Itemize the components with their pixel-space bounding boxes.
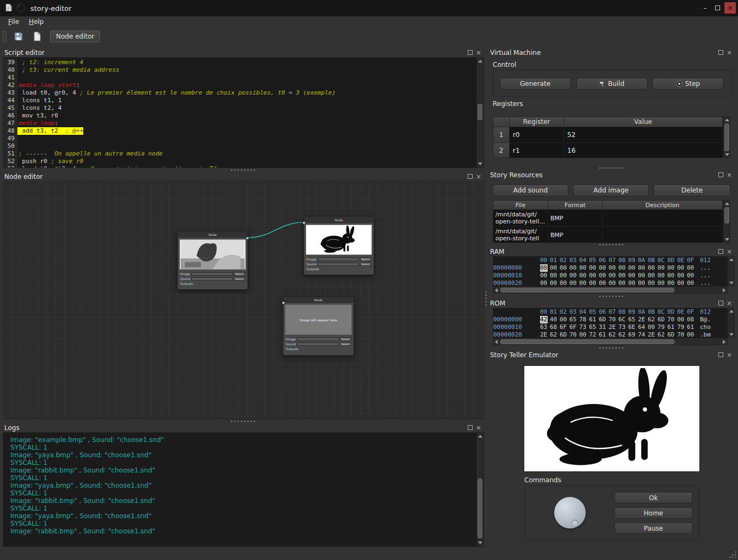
hex-byte[interactable]: 00 (569, 264, 579, 272)
maximize-button[interactable] (712, 2, 723, 14)
scroll-down-button[interactable] (724, 152, 730, 158)
hex-byte[interactable]: 62 (609, 331, 618, 338)
scroll-thumb[interactable] (724, 123, 729, 151)
close-icon[interactable]: × (727, 249, 732, 254)
script-editor-vscrollbar[interactable] (476, 58, 483, 167)
ram-vscrollbar[interactable] (728, 256, 735, 287)
scroll-up-button[interactable] (728, 308, 734, 314)
hex-byte[interactable]: 00 (609, 264, 618, 272)
hex-byte[interactable]: 00 (609, 279, 618, 287)
sound-select-button[interactable]: Select (340, 342, 351, 346)
node-title[interactable]: Node (304, 217, 374, 223)
delete-button[interactable]: Delete (654, 184, 730, 196)
hex-byte[interactable]: 00 (628, 279, 638, 287)
toolbar-drag-handle[interactable] (3, 31, 7, 42)
dock-title-node-editor[interactable]: Node editor × (2, 172, 485, 181)
dock-title-story-resources[interactable]: Story Resources × (488, 170, 735, 179)
hex-byte[interactable]: 65 (628, 316, 638, 323)
scroll-down-button[interactable] (728, 280, 734, 286)
hex-byte[interactable]: 00 (560, 272, 569, 279)
hex-byte[interactable]: 00 (628, 264, 638, 272)
hex-byte[interactable]: 00 (677, 272, 687, 279)
hex-byte[interactable]: 00 (579, 279, 589, 287)
home-button[interactable]: Home (615, 507, 692, 519)
dock-title-emulator[interactable]: Story Teller Emulator × (488, 350, 735, 359)
sound-field[interactable] (318, 263, 359, 266)
registers-table[interactable]: Register Value 1r0522r116 (493, 116, 723, 158)
hex-byte[interactable]: 42 (540, 316, 548, 323)
hex-byte[interactable]: 61 (589, 316, 599, 323)
resize-grip[interactable] (729, 551, 736, 558)
close-icon[interactable]: × (727, 301, 732, 306)
hex-byte[interactable]: 2E (609, 323, 618, 331)
close-button[interactable]: ✕ (724, 2, 736, 14)
node-canvas[interactable]: Node ImageSelect SoundSelect Outputs Nod… (3, 181, 484, 419)
window-titlebar[interactable]: story-editor – ✕ (0, 0, 738, 16)
scroll-thumb[interactable] (477, 478, 482, 538)
hex-byte[interactable]: 00 (540, 272, 550, 279)
scroll-down-button[interactable] (477, 161, 483, 167)
hex-byte[interactable]: 00 (579, 331, 589, 338)
resources-table[interactable]: File Format Description /mnt/data/git/op… (493, 200, 723, 243)
sound-field[interactable] (297, 343, 339, 346)
dial-knob[interactable] (554, 497, 586, 528)
hex-byte[interactable]: 00 (569, 272, 579, 279)
hex-byte[interactable]: 2E (648, 331, 658, 338)
hex-byte[interactable]: 00 (589, 264, 599, 272)
hex-byte[interactable]: 64 (638, 323, 648, 331)
hex-byte[interactable]: 6F (560, 323, 569, 331)
hex-byte[interactable]: 00 (638, 272, 648, 279)
input-port[interactable] (282, 301, 285, 304)
scroll-down-button[interactable] (724, 237, 730, 242)
scroll-up-button[interactable] (724, 117, 730, 123)
image-field[interactable] (191, 272, 233, 276)
splitter-handle[interactable] (598, 347, 624, 349)
hex-byte[interactable]: 6F (569, 323, 579, 331)
float-icon[interactable] (718, 301, 723, 306)
script-editor-viewport[interactable]: 39 ; t2: increment 440 ; t3: current med… (3, 57, 484, 168)
script-code[interactable]: 39 ; t2: increment 440 ; t3: current med… (3, 59, 476, 168)
hex-byte[interactable]: 00 (638, 264, 648, 272)
image-select-button[interactable]: Select (360, 257, 371, 261)
add-sound-button[interactable]: Add sound (493, 184, 568, 196)
close-icon[interactable]: × (476, 425, 481, 431)
dock-title-rom[interactable]: ROM × (488, 298, 735, 308)
splitter-handle[interactable] (230, 169, 256, 171)
hex-byte[interactable]: 40 (550, 316, 560, 323)
scroll-thumb[interactable] (477, 104, 482, 120)
resources-vscrollbar[interactable] (723, 200, 730, 243)
hex-byte[interactable]: 00 (540, 264, 548, 272)
hex-byte[interactable]: 00 (638, 279, 648, 287)
new-file-button[interactable] (30, 30, 44, 43)
hex-byte[interactable]: 00 (648, 279, 658, 287)
register-row[interactable]: 2r116 (493, 143, 723, 158)
hex-byte[interactable]: 62 (550, 331, 560, 338)
hex-byte[interactable]: 00 (618, 264, 628, 272)
menu-help[interactable]: Help (24, 17, 48, 27)
output-port[interactable] (246, 237, 249, 240)
hex-byte[interactable]: 6D (560, 331, 569, 338)
hex-byte[interactable]: 00 (677, 279, 687, 287)
save-button[interactable] (12, 30, 25, 43)
hex-byte[interactable]: 78 (579, 316, 589, 323)
ram-hscrollbar[interactable] (493, 287, 728, 294)
hex-byte[interactable]: 00 (599, 264, 609, 272)
hex-byte[interactable]: 00 (540, 279, 550, 287)
image-field[interactable] (297, 338, 339, 341)
hex-byte[interactable]: 70 (667, 316, 677, 323)
menu-file[interactable]: File (3, 17, 24, 27)
hex-byte[interactable]: 6E (628, 323, 638, 331)
scroll-right-button[interactable] (721, 339, 727, 345)
sound-field[interactable] (191, 277, 233, 281)
hex-byte[interactable]: 08 (687, 316, 697, 323)
scroll-up-button[interactable] (728, 257, 734, 263)
image-field[interactable] (318, 258, 359, 261)
hex-byte[interactable]: 63 (540, 323, 550, 331)
scroll-thumb[interactable] (500, 288, 674, 293)
hex-byte[interactable]: 70 (609, 316, 618, 323)
minimize-button[interactable]: – (699, 2, 711, 14)
rom-vscrollbar[interactable] (728, 308, 735, 338)
splitter-handle[interactable] (598, 244, 624, 246)
hex-byte[interactable]: 68 (550, 323, 560, 331)
ram-hex[interactable]: 000102030405060708090A0B0C0D0E0F01200000… (493, 256, 728, 287)
